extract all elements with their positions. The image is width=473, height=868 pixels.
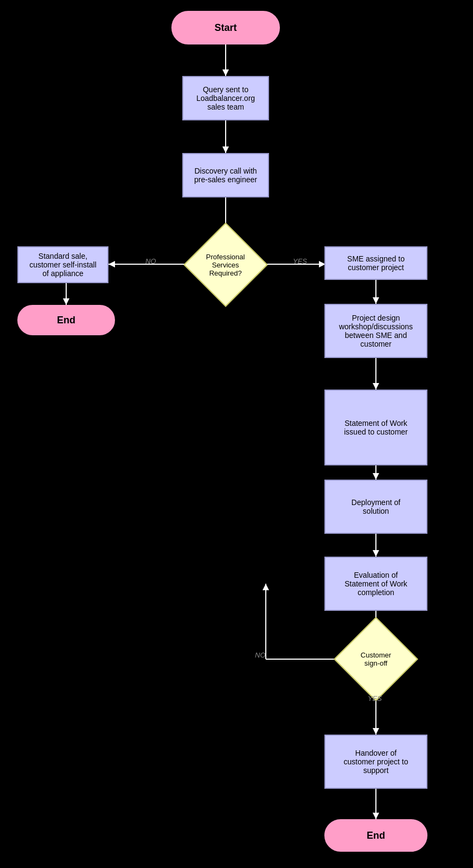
signoff-diamond-shape: Customer sign-off	[334, 617, 418, 701]
sow-issued-node: Statement of Work issued to customer	[324, 390, 427, 465]
svg-marker-3	[222, 146, 229, 153]
end-bottom-node: End	[324, 819, 427, 852]
project-design-node: Project design workshop/discussions betw…	[324, 304, 427, 358]
yes-label-right: YES	[293, 257, 307, 265]
svg-marker-15	[373, 383, 379, 390]
query-sent-label: Query sent to Loadbalancer.org sales tea…	[196, 85, 255, 111]
discovery-call-label: Discovery call with pre-sales engineer	[194, 167, 257, 184]
sme-assigned-label: SME assigned to customer project	[347, 254, 405, 272]
diamond-shape: Professional Services Required?	[183, 222, 268, 307]
evaluation-label: Evaluation of Statement of Work completi…	[344, 571, 407, 597]
svg-marker-17	[373, 473, 379, 480]
handover-node: Handover of customer project to support	[324, 735, 427, 789]
sme-assigned-node: SME assigned to customer project	[324, 246, 427, 280]
start-label: Start	[214, 22, 237, 34]
sow-issued-label: Statement of Work issued to customer	[344, 419, 408, 436]
discovery-call-node: Discovery call with pre-sales engineer	[182, 153, 269, 197]
svg-marker-19	[373, 550, 379, 557]
query-sent-node: Query sent to Loadbalancer.org sales tea…	[182, 76, 269, 120]
end-left-node: End	[17, 305, 115, 335]
svg-marker-1	[222, 69, 229, 76]
svg-marker-26	[373, 728, 379, 735]
end-bottom-label: End	[367, 830, 385, 841]
evaluation-node: Evaluation of Statement of Work completi…	[324, 557, 427, 611]
svg-marker-11	[63, 298, 69, 305]
project-design-label: Project design workshop/discussions betw…	[339, 314, 413, 348]
signoff-label: Customer sign-off	[351, 651, 400, 667]
svg-marker-7	[108, 261, 115, 267]
standard-sale-label: Standard sale, customer self-install of …	[29, 252, 97, 278]
end-left-label: End	[57, 315, 75, 326]
svg-marker-24	[263, 584, 269, 590]
no-label-signoff: NO	[255, 651, 266, 659]
prof-services-diamond: Professional Services Required?	[194, 233, 257, 296]
handover-label: Handover of customer project to support	[343, 749, 408, 775]
svg-marker-28	[373, 813, 379, 819]
prof-services-label: Professional Services Required?	[201, 253, 250, 277]
standard-sale-node: Standard sale, customer self-install of …	[17, 246, 108, 283]
deployment-node: Deployment of solution	[324, 480, 427, 534]
start-node: Start	[171, 11, 280, 44]
no-label-left: NO	[145, 257, 156, 265]
customer-signoff-diamond: Customer sign-off	[346, 629, 406, 689]
flowchart: Start Query sent to Loadbalancer.org sal…	[0, 0, 473, 868]
svg-marker-13	[373, 297, 379, 304]
yes-label-signoff: YES	[368, 694, 382, 703]
deployment-label: Deployment of solution	[351, 498, 400, 515]
